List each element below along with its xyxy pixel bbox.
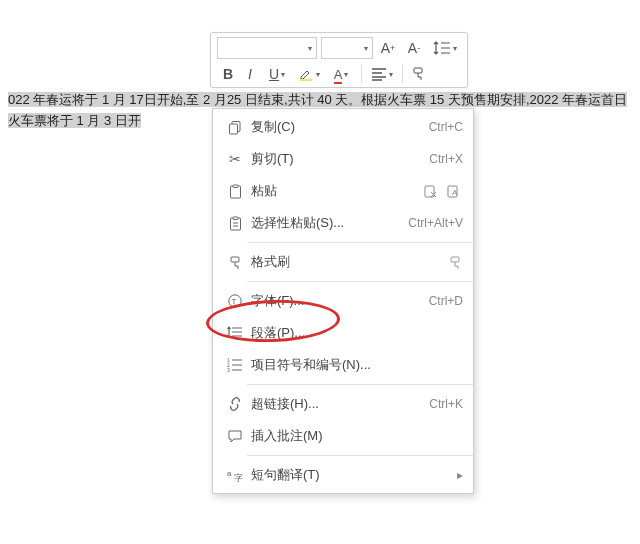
scissors-icon: ✂ xyxy=(223,151,247,167)
menu-item-bullets-numbering[interactable]: 123 项目符号和编号(N)... xyxy=(213,349,473,381)
menu-shortcut: Ctrl+Alt+V xyxy=(408,216,463,230)
menu-item-copy[interactable]: 复制(C) Ctrl+C xyxy=(213,111,473,143)
paste-special-icon xyxy=(223,216,247,231)
menu-shortcut: Ctrl+K xyxy=(429,397,463,411)
menu-item-font[interactable]: T 字体(F)... Ctrl+D xyxy=(213,285,473,317)
svg-text:字: 字 xyxy=(234,473,243,483)
increase-font-button[interactable]: A+ xyxy=(377,37,399,59)
font-name-select[interactable]: ▾ xyxy=(217,37,317,59)
separator xyxy=(361,65,362,83)
menu-divider xyxy=(247,281,473,282)
menu-label: 超链接(H)... xyxy=(247,395,429,413)
menu-item-paste-special[interactable]: 选择性粘贴(S)... Ctrl+Alt+V xyxy=(213,207,473,239)
svg-rect-1 xyxy=(414,68,422,73)
menu-label: 格式刷 xyxy=(247,253,448,271)
toolbar-row-2: B I U▾ ▾ A ▾ ▾ xyxy=(217,63,461,85)
menu-item-format-painter[interactable]: 格式刷 xyxy=(213,246,473,278)
translate-icon: a字 xyxy=(223,468,247,483)
menu-item-hyperlink[interactable]: 超链接(H)... Ctrl+K xyxy=(213,388,473,420)
link-icon xyxy=(223,397,247,411)
paste-keep-formatting-icon[interactable] xyxy=(423,184,438,199)
menu-label: 选择性粘贴(S)... xyxy=(247,214,408,232)
svg-rect-0 xyxy=(300,79,312,81)
comment-icon xyxy=(223,429,247,443)
format-painter-icon xyxy=(223,255,247,270)
menu-divider xyxy=(247,242,473,243)
font-icon: T xyxy=(223,293,247,309)
svg-rect-3 xyxy=(229,124,237,134)
menu-item-translate[interactable]: a字 短句翻译(T) ▸ xyxy=(213,459,473,491)
menu-divider xyxy=(247,455,473,456)
svg-text:3: 3 xyxy=(227,367,230,372)
mini-toolbar: ▾ ▾ A+ A- ▾ B I U▾ ▾ A ▾ ▾ xyxy=(210,32,468,88)
line-spacing-button[interactable]: ▾ xyxy=(429,37,461,59)
submenu-arrow-icon: ▸ xyxy=(457,468,463,482)
menu-label: 段落(P)... xyxy=(247,324,463,342)
align-button[interactable]: ▾ xyxy=(366,63,398,85)
bold-button[interactable]: B xyxy=(217,63,239,85)
svg-rect-11 xyxy=(231,257,239,262)
menu-shortcut: Ctrl+C xyxy=(429,120,463,134)
paste-options: A xyxy=(423,184,463,199)
menu-item-insert-comment[interactable]: 插入批注(M) xyxy=(213,420,473,452)
decrease-font-button[interactable]: A- xyxy=(403,37,425,59)
menu-label: 短句翻译(T) xyxy=(247,466,457,484)
font-color-button[interactable]: A ▾ xyxy=(325,63,357,85)
format-painter-tail-icon xyxy=(448,255,463,270)
menu-label: 复制(C) xyxy=(247,118,429,136)
format-painter-button[interactable] xyxy=(407,63,429,85)
copy-icon xyxy=(223,120,247,135)
svg-text:a: a xyxy=(227,469,232,478)
paste-text-only-icon[interactable]: A xyxy=(446,184,461,199)
menu-item-paragraph[interactable]: 段落(P)... xyxy=(213,317,473,349)
svg-rect-5 xyxy=(233,185,238,188)
list-icon: 123 xyxy=(223,358,247,372)
highlight-color-button[interactable]: ▾ xyxy=(293,63,325,85)
svg-text:T: T xyxy=(232,297,237,306)
menu-divider xyxy=(247,384,473,385)
paragraph-icon xyxy=(223,326,247,340)
chevron-down-icon: ▾ xyxy=(364,44,368,53)
menu-item-cut[interactable]: ✂ 剪切(T) Ctrl+X xyxy=(213,143,473,175)
font-size-select[interactable]: ▾ xyxy=(321,37,373,59)
svg-text:A: A xyxy=(452,188,458,197)
menu-label: 项目符号和编号(N)... xyxy=(247,356,463,374)
underline-button[interactable]: U▾ xyxy=(261,63,293,85)
svg-rect-10 xyxy=(233,217,238,220)
menu-label: 粘贴 xyxy=(247,182,423,200)
menu-shortcut: Ctrl+D xyxy=(429,294,463,308)
menu-shortcut: Ctrl+X xyxy=(429,152,463,166)
italic-button[interactable]: I xyxy=(239,63,261,85)
menu-label: 剪切(T) xyxy=(247,150,429,168)
menu-label: 字体(F)... xyxy=(247,292,429,310)
separator xyxy=(402,65,403,83)
paste-icon xyxy=(223,184,247,199)
toolbar-row-1: ▾ ▾ A+ A- ▾ xyxy=(217,37,461,59)
chevron-down-icon: ▾ xyxy=(308,44,312,53)
svg-rect-12 xyxy=(451,257,459,262)
menu-item-paste[interactable]: 粘贴 A xyxy=(213,175,473,207)
menu-label: 插入批注(M) xyxy=(247,427,463,445)
context-menu: 复制(C) Ctrl+C ✂ 剪切(T) Ctrl+X 粘贴 A 选择性粘贴(S… xyxy=(212,108,474,494)
